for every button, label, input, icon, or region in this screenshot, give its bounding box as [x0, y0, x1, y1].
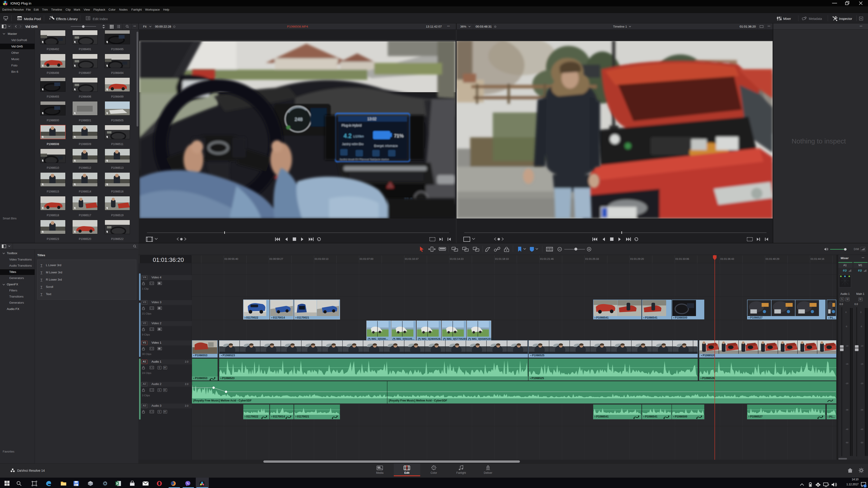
svg-text:13:02: 13:02 [367, 117, 376, 121]
svg-text:248: 248 [295, 117, 303, 122]
svg-text:L/100km: L/100km [353, 135, 364, 138]
svg-text:4.2: 4.2 [344, 133, 351, 139]
svg-text:71%: 71% [394, 133, 403, 138]
svg-text:Jazdný dosah EV Plánovať N: Jazdný dosah EV Plánovať Nabíjacie stani… [339, 158, 389, 161]
svg-text:Jazdný režim Eko: Jazdný režim Eko [342, 142, 364, 146]
svg-text:Plug-in Hybrid: Plug-in Hybrid [342, 124, 362, 127]
svg-text:Energet. informácie: Energet. informácie [374, 144, 398, 148]
svg-text:64: 64 [75, 484, 76, 486]
